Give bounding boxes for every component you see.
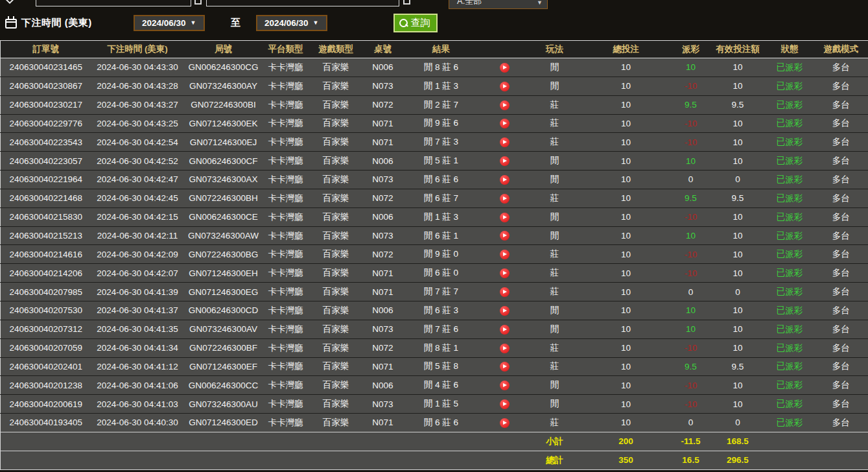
replay-play-icon[interactable]	[500, 418, 510, 428]
filter-input-1[interactable]	[36, 0, 191, 6]
cell-status: 已派彩	[766, 357, 814, 376]
cell-round-number: GN071246300ED	[184, 414, 263, 432]
replay-play-icon[interactable]	[500, 194, 510, 204]
filter-dropdown[interactable]: A.全部 ▼	[449, 0, 548, 9]
cell-valid-bet: 10	[710, 133, 766, 152]
table-row: 2406300402012382024-06-30 04:41:06GN0062…	[1, 376, 868, 395]
replay-play-icon[interactable]	[500, 268, 510, 278]
cell-status: 已派彩	[766, 338, 814, 357]
replay-play-icon[interactable]	[500, 213, 510, 222]
cell-valid-bet: 10	[710, 338, 766, 357]
cell-replay[interactable]	[480, 338, 529, 357]
cell-platform-type: 卡卡灣廳	[263, 171, 309, 189]
cell-replay[interactable]	[480, 320, 529, 338]
cell-replay[interactable]	[480, 264, 529, 283]
replay-play-icon[interactable]	[500, 137, 510, 147]
cell-table-number: N006	[364, 58, 403, 77]
query-button[interactable]: 查詢	[393, 14, 438, 32]
replay-play-icon[interactable]	[500, 100, 510, 110]
replay-play-icon[interactable]	[500, 306, 510, 316]
cell-round-number: GN006246300CC	[184, 376, 263, 395]
filter-input-2[interactable]	[206, 0, 399, 6]
cell-replay[interactable]	[480, 152, 529, 171]
cell-status: 已派彩	[766, 264, 814, 283]
replay-play-icon[interactable]	[500, 119, 510, 128]
replay-play-icon[interactable]	[500, 156, 510, 166]
cell-replay[interactable]	[480, 226, 529, 245]
cell-valid-bet: 10	[710, 245, 766, 264]
cell-status: 已派彩	[766, 77, 814, 95]
bet-time-label: 下注時間 (美東)	[21, 17, 92, 29]
replay-play-icon[interactable]	[500, 344, 510, 353]
cell-replay[interactable]	[480, 114, 529, 133]
cell-play-type: 莊	[529, 264, 581, 283]
cell-table-number: N073	[364, 226, 403, 245]
cell-play-type: 莊	[529, 95, 581, 114]
cell-payout: 10	[672, 226, 710, 245]
cell-total-bet: 10	[581, 171, 672, 189]
date-from-select[interactable]: 2024/06/30 ▼	[134, 15, 205, 31]
cell-replay[interactable]	[480, 133, 529, 152]
cell-game-mode: 多台	[814, 283, 868, 301]
replay-play-icon[interactable]	[500, 82, 510, 91]
replay-play-icon[interactable]	[500, 287, 510, 297]
cell-result: 閒 9 莊 0	[403, 245, 480, 264]
cell-total-bet: 10	[581, 114, 672, 133]
cell-order-number: 240630040207985	[1, 283, 91, 301]
cell-order-number: 240630040207059	[1, 338, 91, 357]
cell-result: 閒 1 莊 3	[403, 77, 480, 95]
cell-order-number: 240630040215830	[1, 207, 91, 226]
cell-total-bet: 10	[581, 264, 672, 283]
cell-payout: -10	[672, 395, 710, 414]
cell-order-number: 240630040223057	[1, 152, 91, 171]
cell-order-number: 240630040221468	[1, 189, 91, 207]
cell-replay[interactable]	[480, 171, 529, 189]
cell-bet-time: 2024-06-30 04:43:30	[91, 58, 184, 77]
replay-play-icon[interactable]	[500, 325, 510, 335]
col-header-replay	[480, 41, 529, 58]
replay-play-icon[interactable]	[500, 175, 510, 185]
cell-replay[interactable]	[480, 357, 529, 376]
total-row: 總計 350 16.5 296.5	[1, 451, 868, 469]
replay-play-icon[interactable]	[500, 231, 510, 241]
cell-replay[interactable]	[480, 189, 529, 207]
cell-replay[interactable]	[480, 395, 529, 414]
cell-result: 閒 8 莊 6	[403, 58, 480, 77]
replay-play-icon[interactable]	[500, 362, 510, 372]
replay-play-icon[interactable]	[500, 63, 510, 73]
cell-round-number: GN072246300BG	[184, 245, 263, 264]
cell-result: 閒 1 莊 3	[403, 207, 480, 226]
replay-play-icon[interactable]	[500, 250, 510, 259]
cell-table-number: N006	[364, 376, 403, 395]
subtotal-spacer	[1, 432, 529, 451]
cell-result: 閒 6 莊 1	[403, 226, 480, 245]
cell-game-type: 百家樂	[309, 171, 364, 189]
replay-play-icon[interactable]	[500, 381, 510, 390]
cell-replay[interactable]	[480, 376, 529, 395]
cell-replay[interactable]	[480, 283, 529, 301]
cell-replay[interactable]	[480, 58, 529, 77]
cell-table-number: N071	[364, 133, 403, 152]
cell-status: 已派彩	[766, 95, 814, 114]
total-label: 總計	[529, 451, 581, 469]
col-header-valid-bet: 有效投注額	[710, 41, 766, 58]
cell-game-mode: 多台	[814, 395, 868, 414]
cell-replay[interactable]	[480, 245, 529, 264]
cell-total-bet: 10	[581, 77, 672, 95]
cell-replay[interactable]	[480, 301, 529, 320]
table-row: 2406300402297762024-06-30 04:43:25GN0712…	[1, 114, 868, 133]
cell-replay[interactable]	[480, 77, 529, 95]
cell-replay[interactable]	[480, 207, 529, 226]
cell-platform-type: 卡卡灣廳	[263, 189, 309, 207]
cell-round-number: GN072246300BH	[184, 189, 263, 207]
table-row: 2406300402079852024-06-30 04:41:39GN0712…	[1, 283, 868, 301]
cell-game-mode: 多台	[814, 95, 868, 114]
cell-valid-bet: 10	[710, 114, 766, 133]
cell-result: 閒 7 莊 6	[403, 320, 480, 338]
cell-platform-type: 卡卡灣廳	[263, 414, 309, 432]
cell-table-number: N073	[364, 395, 403, 414]
cell-replay[interactable]	[480, 95, 529, 114]
cell-replay[interactable]	[480, 414, 529, 432]
date-to-select[interactable]: 2024/06/30 ▼	[256, 15, 327, 31]
replay-play-icon[interactable]	[500, 399, 510, 409]
